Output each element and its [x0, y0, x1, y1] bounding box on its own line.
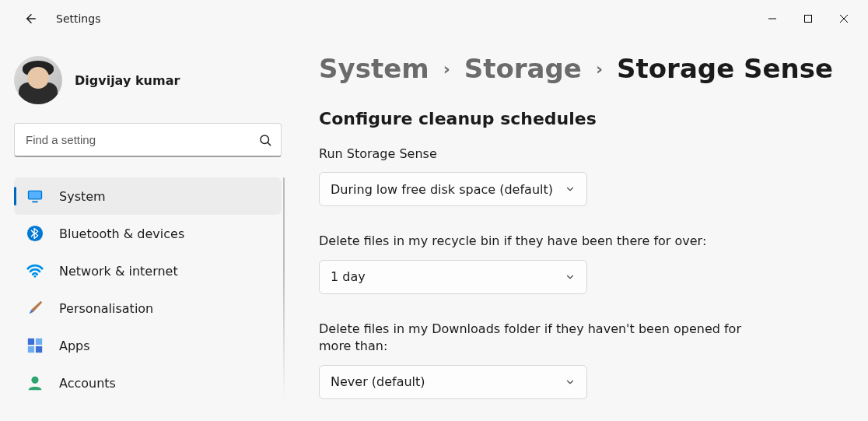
svg-rect-15	[36, 346, 42, 353]
app-title: Settings	[56, 12, 100, 25]
svg-rect-8	[29, 191, 41, 198]
sidebar-item-label: Bluetooth & devices	[59, 226, 184, 241]
run-select-value: During low free disk space (default)	[331, 182, 553, 197]
breadcrumb-storage[interactable]: Storage	[464, 53, 582, 84]
chevron-down-icon	[565, 272, 576, 282]
search-input[interactable]	[14, 123, 282, 157]
close-button[interactable]	[826, 6, 862, 31]
svg-rect-12	[28, 339, 34, 345]
recycle-select-value: 1 day	[331, 269, 366, 284]
bluetooth-icon	[26, 225, 44, 242]
profile-block[interactable]: Digvijay kumar	[14, 47, 282, 123]
search-wrapper	[14, 123, 282, 157]
maximize-icon	[803, 14, 813, 23]
chevron-right-icon: ›	[596, 59, 603, 79]
downloads-label: Delete files in my Downloads folder if t…	[319, 321, 754, 356]
apps-icon	[26, 337, 44, 354]
wifi-icon	[26, 262, 44, 279]
breadcrumb: System › Storage › Storage Sense	[319, 53, 837, 84]
close-icon	[839, 14, 849, 23]
brush-icon	[26, 300, 44, 317]
profile-name: Digvijay kumar	[75, 73, 180, 88]
downloads-select[interactable]: Never (default)	[319, 365, 587, 399]
sidebar-item-label: Network & internet	[59, 264, 178, 279]
sidebar-item-accounts[interactable]: Accounts	[14, 364, 282, 402]
sidebar-item-label: Personalisation	[59, 301, 153, 316]
avatar	[14, 56, 62, 104]
back-button[interactable]	[16, 3, 47, 34]
svg-rect-1	[768, 19, 776, 19]
sidebar-item-apps[interactable]: Apps	[14, 327, 282, 364]
chevron-right-icon: ›	[443, 59, 450, 79]
svg-point-16	[31, 377, 38, 384]
chevron-down-icon	[565, 377, 576, 388]
svg-rect-13	[36, 339, 42, 345]
run-label: Run Storage Sense	[319, 146, 754, 163]
run-select[interactable]: During low free disk space (default)	[319, 172, 587, 206]
breadcrumb-system[interactable]: System	[319, 53, 429, 84]
svg-rect-14	[28, 346, 34, 353]
recycle-select[interactable]: 1 day	[319, 260, 587, 294]
sidebar-item-network[interactable]: Network & internet	[14, 252, 282, 289]
breadcrumb-current: Storage Sense	[617, 53, 833, 84]
recycle-label: Delete files in my recycle bin if they h…	[319, 233, 754, 250]
sidebar-item-label: Accounts	[59, 376, 116, 391]
svg-rect-2	[805, 16, 812, 23]
section-title: Configure cleanup schedules	[319, 109, 837, 128]
chevron-down-icon	[565, 184, 576, 195]
minimize-button[interactable]	[754, 6, 790, 31]
person-icon	[26, 374, 44, 391]
downloads-select-value: Never (default)	[331, 374, 425, 389]
svg-rect-9	[32, 201, 37, 202]
monitor-icon	[26, 188, 44, 205]
search-icon	[258, 133, 272, 147]
svg-line-6	[268, 142, 270, 145]
svg-point-11	[34, 275, 37, 278]
sidebar-nav: System Bluetooth & devices Network & int…	[14, 177, 282, 402]
maximize-button[interactable]	[790, 6, 826, 31]
minimize-icon	[768, 14, 777, 23]
arrow-left-icon	[24, 12, 38, 26]
sidebar-item-label: Apps	[59, 339, 90, 353]
svg-point-5	[261, 135, 269, 144]
sidebar-item-personalisation[interactable]: Personalisation	[14, 289, 282, 327]
sidebar-item-label: System	[59, 189, 106, 204]
sidebar-item-bluetooth[interactable]: Bluetooth & devices	[14, 215, 282, 252]
sidebar-item-system[interactable]: System	[14, 177, 282, 215]
